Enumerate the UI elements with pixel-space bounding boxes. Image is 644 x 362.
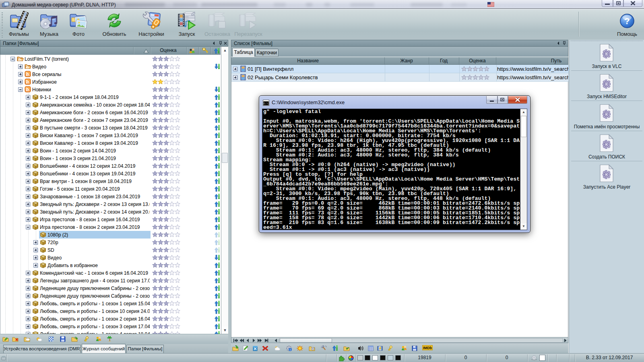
- svg-text:C:\: C:\: [264, 102, 268, 105]
- svg-text:i: i: [290, 348, 290, 351]
- svg-text:?: ?: [624, 16, 630, 26]
- svg-text:IMDb: IMDb: [423, 346, 432, 350]
